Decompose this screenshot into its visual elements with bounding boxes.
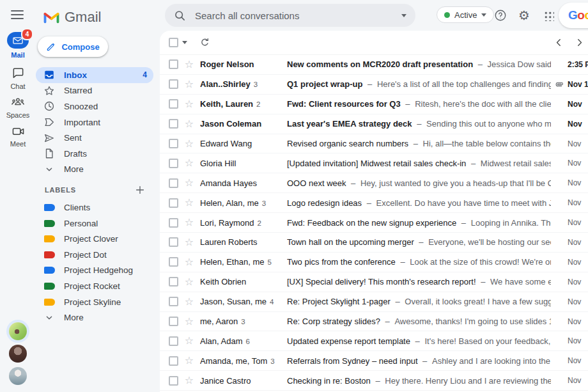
compose-button[interactable]: Compose <box>38 36 108 57</box>
sidebar-item-important[interactable]: Important <box>36 114 153 130</box>
help-button[interactable] <box>493 8 508 23</box>
avatar[interactable] <box>9 367 27 385</box>
sender-cell: Keith Obrien <box>200 277 287 286</box>
star-icon[interactable]: ☆ <box>183 237 195 247</box>
subject: OOO next week <box>287 178 346 188</box>
chat-bubble-icon <box>12 67 25 80</box>
star-icon[interactable]: ☆ <box>183 257 195 267</box>
row-checkbox[interactable] <box>169 356 178 366</box>
row-checkbox[interactable] <box>169 159 178 168</box>
sidebar-label-project-skyline[interactable]: Project Skyline <box>36 294 153 310</box>
row-checkbox[interactable] <box>169 376 178 386</box>
star-icon[interactable]: ☆ <box>183 317 195 327</box>
star-icon[interactable]: ☆ <box>183 356 195 366</box>
row-checkbox[interactable] <box>169 79 178 89</box>
rail-item-meet[interactable]: Meet <box>0 125 36 148</box>
email-row[interactable]: ☆ Gloria Hill [Updated invitation] Midwe… <box>160 153 588 173</box>
star-icon[interactable]: ☆ <box>183 119 195 129</box>
row-checkbox[interactable] <box>169 237 178 247</box>
star-icon[interactable]: ☆ <box>183 99 195 109</box>
email-row[interactable]: ☆ Roger Nelson New comments on MCR2020 d… <box>160 55 588 75</box>
star-icon[interactable]: ☆ <box>183 375 195 386</box>
search-input[interactable] <box>194 10 401 22</box>
email-row[interactable]: ☆ Alan..Shirley 3 Q1 project wrap-up – H… <box>160 75 588 95</box>
row-checkbox[interactable] <box>169 99 178 109</box>
nav-label: More <box>64 164 147 174</box>
row-checkbox[interactable] <box>169 178 178 188</box>
refresh-icon[interactable] <box>199 37 210 48</box>
hamburger-menu-icon[interactable] <box>11 10 24 19</box>
email-row[interactable]: ☆ Helen, Alan, me 3 Logo redesign ideas … <box>160 193 588 213</box>
sidebar-item-sent[interactable]: Sent <box>36 130 153 146</box>
sidebar-label-clients[interactable]: Clients <box>36 200 153 216</box>
star-icon[interactable]: ☆ <box>183 59 195 70</box>
sidebar-label-project-hedgehog[interactable]: Project Hedgehog <box>36 263 153 279</box>
email-row[interactable]: ☆ Janice Castro Checking in re: Boston –… <box>160 371 588 391</box>
sender-cell: Amanda Hayes <box>200 178 287 188</box>
row-checkbox[interactable] <box>169 139 178 148</box>
row-checkbox[interactable] <box>169 257 178 267</box>
sidebar-item-inbox[interactable]: Inbox 4 <box>36 67 153 83</box>
row-checkbox[interactable] <box>169 198 178 208</box>
row-checkbox[interactable] <box>169 336 178 346</box>
search-bar[interactable] <box>165 4 415 27</box>
star-icon[interactable]: ☆ <box>183 158 195 168</box>
email-row[interactable]: ☆ Helen, Ethan, me 5 Two pics from the c… <box>160 253 588 272</box>
star-icon[interactable]: ☆ <box>183 336 195 346</box>
star-icon[interactable]: ☆ <box>183 139 195 149</box>
sidebar-item-labels-more[interactable]: More <box>36 310 153 325</box>
email-row[interactable]: ☆ Amanda Hayes OOO next week – Hey, just… <box>160 173 588 193</box>
row-checkbox[interactable] <box>169 317 178 326</box>
select-caret-icon[interactable] <box>182 41 187 44</box>
email-row[interactable]: ☆ Lauren Roberts Town hall on the upcomi… <box>160 233 588 253</box>
rail-item-chat[interactable]: Chat <box>0 67 36 90</box>
older-page-chevron-right-icon[interactable] <box>574 37 585 48</box>
sender-name: Lauren Roberts <box>200 237 258 247</box>
sender-cell: Edward Wang <box>200 139 287 148</box>
gmail-window: 4 Mail Chat Spaces Meet <box>0 0 588 392</box>
google-account-pill[interactable]: Goog <box>559 3 588 28</box>
star-icon[interactable]: ☆ <box>183 297 195 307</box>
star-icon[interactable]: ☆ <box>183 79 195 90</box>
status-selector[interactable]: Active <box>437 6 494 23</box>
select-all-checkbox[interactable] <box>169 38 178 47</box>
rail-item-spaces[interactable]: Spaces <box>0 96 36 119</box>
star-icon[interactable]: ☆ <box>183 277 195 287</box>
avatar[interactable] <box>9 322 27 340</box>
add-label-plus-icon[interactable] <box>134 184 146 196</box>
email-row[interactable]: ☆ Edward Wang Revised organic search num… <box>160 134 588 154</box>
email-row[interactable]: ☆ Jason Coleman Last year's EMEA strateg… <box>160 114 588 134</box>
row-checkbox[interactable] <box>169 297 178 306</box>
sidebar-label-personal[interactable]: Personal <box>36 216 153 231</box>
sidebar-item-more[interactable]: More <box>36 162 153 178</box>
row-checkbox[interactable] <box>169 59 178 69</box>
rail-item-mail[interactable]: 4 Mail <box>0 32 36 59</box>
email-row[interactable]: ☆ Keith, Lauren 2 Fwd: Client resources … <box>160 95 588 114</box>
nav-label: Starred <box>64 86 147 95</box>
email-row[interactable]: ☆ Lori, Raymond 2 Fwd: Feedback on the n… <box>160 213 588 233</box>
email-row[interactable]: ☆ Jason, Susan, me 4 Re: Project Skyligh… <box>160 292 588 312</box>
star-icon[interactable]: ☆ <box>183 198 195 208</box>
sidebar-item-snoozed[interactable]: Snoozed <box>36 98 153 114</box>
sidebar-label-project-rocket[interactable]: Project Rocket <box>36 278 153 294</box>
search-options-caret-icon[interactable] <box>401 14 406 17</box>
star-icon[interactable]: ☆ <box>183 178 195 188</box>
email-row[interactable]: ☆ me, Aaron 3 Re: Corp strategy slides? … <box>160 312 588 332</box>
settings-gear-button[interactable]: ⚙ <box>516 8 532 23</box>
star-icon[interactable]: ☆ <box>183 217 195 228</box>
newer-page-chevron-left-icon[interactable] <box>553 37 564 48</box>
apps-grid-button[interactable] <box>541 8 556 23</box>
avatar[interactable] <box>9 345 27 363</box>
app-rail: 4 Mail Chat Spaces Meet <box>0 0 36 392</box>
sidebar-item-drafts[interactable]: Drafts <box>36 146 153 162</box>
row-checkbox[interactable] <box>169 277 178 286</box>
row-checkbox[interactable] <box>169 218 178 228</box>
gmail-brand[interactable]: Gmail <box>36 0 160 27</box>
email-row[interactable]: ☆ Alan, Adam 6 Updated expense report te… <box>160 331 588 351</box>
sidebar-item-starred[interactable]: Starred <box>36 83 153 99</box>
email-row[interactable]: ☆ Keith Obrien [UX] Special delivery! Th… <box>160 272 588 292</box>
row-checkbox[interactable] <box>169 119 178 129</box>
sidebar-label-project-clover[interactable]: Project Clover <box>36 231 153 247</box>
email-row[interactable]: ☆ Amanda, me, Tom 3 Referrals from Sydne… <box>160 351 588 371</box>
sidebar-label-project-dot[interactable]: Project Dot <box>36 247 153 263</box>
